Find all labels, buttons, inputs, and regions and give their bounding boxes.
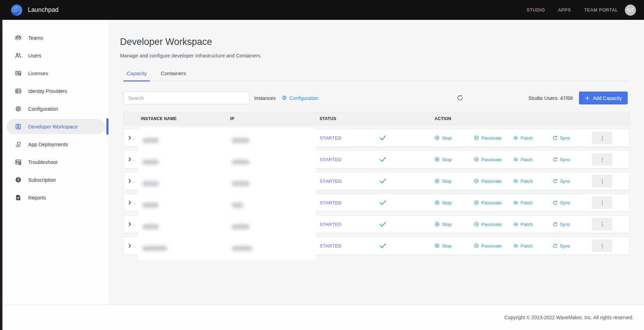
status-badge: STARTED bbox=[320, 200, 341, 205]
page-subtitle: Manage and configure developer Infrastru… bbox=[120, 53, 629, 58]
expand-row-icon[interactable] bbox=[128, 244, 132, 248]
kebab-icon: ⋮ bbox=[599, 135, 605, 141]
patch-action[interactable]: Patch bbox=[513, 179, 553, 184]
user-avatar[interactable]: GT bbox=[625, 5, 636, 16]
passivate-action[interactable]: Passivate bbox=[474, 200, 513, 205]
tab-bar: Capacity Containers bbox=[123, 68, 629, 81]
passivate-action[interactable]: Passivate bbox=[474, 135, 513, 141]
health-check-icon bbox=[379, 135, 386, 141]
sync-action[interactable]: Sync bbox=[553, 222, 592, 227]
stop-action[interactable]: Stop bbox=[435, 157, 474, 162]
redacted-name-prefix: .. bbox=[133, 200, 136, 205]
col-ip: IP bbox=[230, 116, 320, 121]
page-title: Developer Workspace bbox=[120, 37, 629, 47]
search-input[interactable] bbox=[123, 92, 250, 104]
sidebar-item-label: Troubleshoot bbox=[28, 159, 57, 165]
sync-action[interactable]: Sync bbox=[553, 157, 592, 162]
configuration-icon bbox=[15, 105, 22, 112]
more-actions-button[interactable]: ⋮ bbox=[592, 175, 612, 187]
sidebar-item-label: Subscription bbox=[28, 177, 56, 183]
passivate-action[interactable]: Passivate bbox=[474, 243, 513, 249]
sidebar-item-configuration[interactable]: Configuration bbox=[2, 100, 108, 118]
tab-containers[interactable]: Containers bbox=[158, 68, 189, 81]
reports-icon bbox=[15, 194, 22, 201]
patch-action[interactable]: Patch bbox=[513, 222, 553, 227]
redaction-blur-overlay bbox=[138, 128, 316, 261]
redacted-name-prefix: .. bbox=[133, 135, 136, 140]
stop-action[interactable]: Stop bbox=[435, 222, 474, 227]
kebab-icon: ⋮ bbox=[599, 243, 605, 249]
sidebar-item-developer-workspace[interactable]: Developer Workspace bbox=[2, 118, 108, 135]
sidebar-item-label: Teams bbox=[28, 35, 43, 41]
sidebar-item-users[interactable]: Users bbox=[2, 47, 108, 64]
instances-table: INSTANCE NAME IP STATUS ACTION .. STARTE… bbox=[123, 112, 629, 255]
sync-action[interactable]: Sync bbox=[553, 200, 592, 205]
configuration-link[interactable]: ⚙ Configuration bbox=[282, 95, 319, 101]
stop-action[interactable]: Stop bbox=[435, 135, 474, 141]
top-bar: Launchpad STUDIO APPS TEAM PORTAL GT bbox=[0, 0, 644, 20]
health-check-icon bbox=[379, 221, 386, 227]
patch-action[interactable]: Patch bbox=[513, 243, 553, 249]
more-actions-button[interactable]: ⋮ bbox=[592, 239, 612, 252]
sidebar-item-label: Developer Workspace bbox=[28, 124, 78, 129]
sidebar-item-identity-providers[interactable]: Identity Providers bbox=[2, 82, 108, 100]
col-instance-name: INSTANCE NAME bbox=[138, 116, 230, 121]
kebab-icon: ⋮ bbox=[599, 200, 605, 206]
status-badge: STARTED bbox=[320, 179, 341, 184]
more-actions-button[interactable]: ⋮ bbox=[592, 196, 612, 209]
passivate-action[interactable]: Passivate bbox=[474, 157, 513, 162]
kebab-icon: ⋮ bbox=[599, 157, 605, 163]
more-actions-button[interactable]: ⋮ bbox=[592, 153, 612, 166]
wavemaker-logo-icon bbox=[10, 4, 23, 16]
stop-action[interactable]: Stop bbox=[435, 243, 474, 249]
patch-action[interactable]: Patch bbox=[513, 157, 553, 162]
tab-capacity[interactable]: Capacity bbox=[123, 68, 150, 81]
plus-icon bbox=[585, 96, 590, 101]
patch-action[interactable]: Patch bbox=[513, 200, 553, 205]
expand-row-icon[interactable] bbox=[128, 222, 132, 226]
sync-action[interactable]: Sync bbox=[553, 135, 592, 141]
expand-row-icon[interactable] bbox=[128, 201, 132, 205]
window-edge bbox=[0, 0, 2, 330]
stop-action[interactable]: Stop bbox=[435, 179, 474, 184]
stop-action[interactable]: Stop bbox=[435, 200, 474, 205]
refresh-button[interactable] bbox=[456, 94, 464, 102]
sync-action[interactable]: Sync bbox=[553, 179, 592, 184]
passivate-action[interactable]: Passivate bbox=[474, 222, 513, 227]
passivate-action[interactable]: Passivate bbox=[474, 179, 513, 184]
app-deployments-icon bbox=[15, 141, 22, 148]
more-actions-button[interactable]: ⋮ bbox=[592, 218, 612, 230]
licenses-icon bbox=[15, 70, 22, 77]
expand-row-icon[interactable] bbox=[128, 179, 132, 183]
more-actions-button[interactable]: ⋮ bbox=[592, 132, 612, 144]
sidebar-item-troubleshoot[interactable]: Troubleshoot bbox=[2, 153, 108, 171]
nav-studio[interactable]: STUDIO bbox=[526, 8, 545, 13]
expand-row-icon[interactable] bbox=[128, 157, 132, 162]
top-nav: STUDIO APPS TEAM PORTAL GT bbox=[513, 5, 636, 16]
main-content: Developer Workspace Manage and configure… bbox=[108, 20, 644, 305]
sidebar-item-app-deployments[interactable]: App Deployments bbox=[2, 135, 108, 153]
col-action: ACTION bbox=[435, 116, 629, 121]
teams-icon bbox=[15, 34, 22, 41]
subscription-icon: $ bbox=[15, 176, 22, 183]
app-title: Launchpad bbox=[28, 6, 58, 14]
sidebar-item-teams[interactable]: Teams bbox=[2, 29, 108, 47]
refresh-icon bbox=[457, 94, 464, 101]
nav-apps[interactable]: APPS bbox=[558, 8, 571, 13]
nav-team-portal[interactable]: TEAM PORTAL bbox=[584, 8, 618, 13]
sidebar-item-reports[interactable]: Reports bbox=[2, 189, 108, 206]
add-capacity-button[interactable]: Add Capacity bbox=[579, 92, 628, 104]
sidebar-item-licenses[interactable]: Licenses bbox=[2, 64, 108, 82]
sidebar-item-subscription[interactable]: $ Subscription bbox=[2, 171, 108, 189]
sync-action[interactable]: Sync bbox=[553, 243, 592, 249]
health-check-icon bbox=[379, 243, 386, 249]
redacted-name-prefix: .. bbox=[133, 243, 136, 248]
sidebar-item-label: Reports bbox=[28, 195, 46, 201]
redacted-name-prefix: .. bbox=[133, 157, 136, 162]
redacted-name-prefix: .. bbox=[133, 222, 136, 227]
table-header: INSTANCE NAME IP STATUS ACTION bbox=[123, 112, 629, 125]
expand-row-icon[interactable] bbox=[128, 136, 132, 140]
studio-users-count: Studio Users: 47/68 bbox=[529, 95, 573, 101]
patch-action[interactable]: Patch bbox=[513, 135, 553, 141]
redacted-name-prefix: .. bbox=[133, 179, 136, 183]
